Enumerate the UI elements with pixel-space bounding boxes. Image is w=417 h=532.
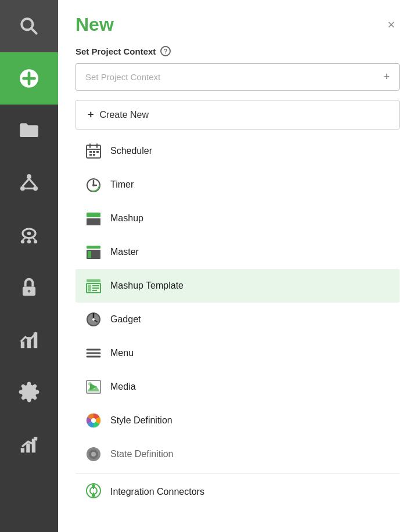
- project-context-input[interactable]: Set Project Context +: [76, 63, 400, 91]
- svg-line-1: [31, 28, 37, 34]
- svg-point-15: [34, 240, 37, 243]
- sidebar-item-search[interactable]: [0, 0, 58, 52]
- svg-rect-32: [89, 151, 92, 153]
- svg-point-13: [21, 240, 24, 243]
- svg-rect-21: [21, 342, 24, 348]
- state-definition-label: State Definition: [110, 449, 174, 459]
- media-icon: [85, 378, 102, 396]
- svg-rect-26: [26, 443, 30, 452]
- style-definition-icon: [85, 412, 102, 429]
- svg-rect-35: [89, 154, 92, 156]
- list-item-master[interactable]: Master: [76, 235, 400, 269]
- sidebar-item-network[interactable]: [0, 157, 58, 209]
- mashup-template-label: Mashup Template: [110, 281, 184, 291]
- list-item-media[interactable]: Media: [76, 370, 400, 404]
- svg-rect-47: [87, 279, 100, 282]
- mashup-template-icon: [85, 277, 102, 294]
- sidebar-item-lock[interactable]: [0, 261, 58, 314]
- item-list: Scheduler Timer: [76, 134, 400, 471]
- svg-line-16: [23, 238, 26, 240]
- svg-point-12: [27, 232, 31, 235]
- create-new-label: Create New: [100, 110, 149, 120]
- svg-point-74: [92, 494, 95, 497]
- panel-header: New ×: [58, 0, 417, 46]
- reports-icon: [18, 433, 40, 455]
- media-label: Media: [110, 382, 136, 392]
- svg-point-57: [92, 318, 95, 321]
- list-item-scheduler[interactable]: Scheduler: [76, 134, 400, 168]
- new-dialog: New × Set Project Context ? Set Project …: [58, 0, 417, 532]
- mashup-icon: [85, 210, 102, 227]
- svg-rect-33: [93, 151, 95, 153]
- create-new-button[interactable]: + Create New: [76, 100, 400, 130]
- search-icon: [18, 15, 40, 37]
- svg-line-9: [29, 179, 35, 186]
- analytics-icon: [18, 329, 40, 351]
- svg-rect-49: [88, 285, 91, 292]
- list-item-integration-connectors[interactable]: Integration Connectors: [76, 473, 400, 510]
- integration-connectors-icon: [85, 482, 102, 502]
- master-label: Master: [110, 247, 139, 257]
- sidebar-item-monitor[interactable]: [0, 209, 58, 261]
- lock-icon: [18, 276, 40, 299]
- sidebar: [0, 0, 58, 532]
- svg-point-20: [28, 290, 31, 293]
- list-item-mashup[interactable]: Mashup: [76, 202, 400, 235]
- list-item-timer[interactable]: Timer: [76, 168, 400, 202]
- svg-rect-34: [96, 151, 99, 153]
- svg-rect-36: [93, 154, 95, 156]
- svg-point-41: [92, 184, 95, 186]
- sidebar-item-folder[interactable]: [0, 105, 58, 157]
- gadget-icon: [85, 311, 102, 328]
- scheduler-icon: [85, 142, 102, 160]
- state-definition-icon: [85, 445, 102, 463]
- context-placeholder: Set Project Context: [85, 72, 160, 82]
- svg-point-5: [27, 174, 31, 179]
- gear-icon: [18, 381, 40, 403]
- gadget-label: Gadget: [110, 314, 141, 325]
- menu-label: Menu: [110, 348, 134, 358]
- mashup-label: Mashup: [110, 213, 143, 224]
- list-item-state-definition[interactable]: State Definition: [76, 437, 400, 471]
- master-icon: [85, 243, 102, 261]
- menu-icon: [85, 344, 102, 362]
- help-icon[interactable]: ?: [160, 46, 171, 56]
- sidebar-item-reports[interactable]: [0, 418, 58, 470]
- svg-point-65: [88, 382, 92, 386]
- network-icon: [18, 172, 40, 194]
- panel-title: New: [76, 14, 114, 35]
- svg-line-8: [23, 179, 29, 186]
- svg-point-73: [92, 484, 95, 488]
- sidebar-item-new[interactable]: [0, 52, 58, 105]
- folder-icon: [18, 120, 40, 142]
- create-new-plus-icon: +: [88, 109, 94, 121]
- svg-rect-25: [21, 448, 24, 452]
- plus-icon: [18, 67, 40, 89]
- timer-icon: [85, 176, 102, 193]
- context-add-icon: +: [383, 71, 390, 83]
- list-item-style-definition[interactable]: Style Definition: [76, 404, 400, 437]
- eye-network-icon: [18, 224, 40, 246]
- main-panel: New × Set Project Context ? Set Project …: [58, 0, 417, 532]
- style-definition-label: Style Definition: [110, 415, 172, 426]
- scheduler-label: Scheduler: [110, 146, 152, 156]
- svg-point-67: [91, 418, 96, 423]
- list-item-mashup-template[interactable]: Mashup Template: [76, 269, 400, 303]
- sidebar-item-settings[interactable]: [0, 366, 58, 418]
- sidebar-item-analytics[interactable]: [0, 314, 58, 366]
- svg-rect-43: [87, 218, 100, 225]
- timer-label: Timer: [110, 179, 134, 190]
- close-button[interactable]: ×: [383, 16, 400, 34]
- svg-rect-44: [87, 246, 100, 249]
- svg-point-14: [27, 240, 31, 243]
- integration-connectors-label: Integration Connectors: [110, 487, 204, 497]
- context-label-text: Set Project Context: [76, 46, 156, 56]
- svg-point-70: [91, 452, 96, 456]
- svg-line-18: [33, 238, 35, 240]
- list-item-menu[interactable]: Menu: [76, 336, 400, 370]
- panel-body: Set Project Context ? Set Project Contex…: [58, 46, 417, 532]
- context-label: Set Project Context ?: [76, 46, 400, 56]
- svg-rect-42: [87, 213, 100, 217]
- svg-rect-46: [88, 251, 91, 258]
- list-item-gadget[interactable]: Gadget: [76, 303, 400, 336]
